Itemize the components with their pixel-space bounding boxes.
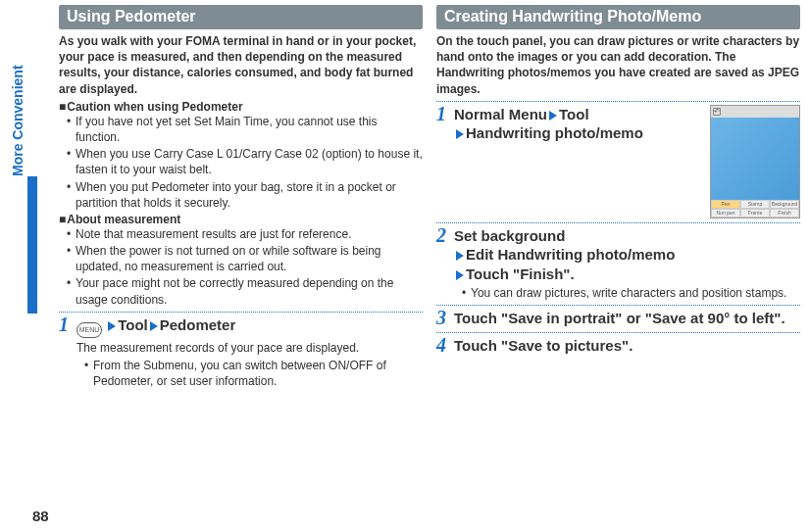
list-item: From the Submenu, you can switch between… xyxy=(84,358,423,389)
manual-page: More Convenient 88 Using Pedometer As yo… xyxy=(0,0,810,532)
nav-tool: Tool xyxy=(118,316,148,333)
nav-handwriting: Handwriting photo/memo xyxy=(466,124,643,141)
step-title: Normal MenuTool Handwriting photo/memo xyxy=(454,105,704,143)
about-list: Note that measurement results are just f… xyxy=(59,226,423,308)
step-description: The measurement records of your pace are… xyxy=(76,340,423,356)
caution-heading: Caution when using Pedometer xyxy=(59,100,423,114)
list-item: You can draw pictures, write characters … xyxy=(462,285,800,301)
list-item: Your pace might not be correctly measure… xyxy=(67,275,423,307)
chevron-right-icon xyxy=(456,129,464,139)
step-sublist: From the Submenu, you can switch between… xyxy=(76,358,423,389)
nav-normal-menu: Normal Menu xyxy=(454,106,547,122)
step-number: 3 xyxy=(436,307,446,329)
divider xyxy=(59,312,423,313)
side-category-label: More Convenient xyxy=(10,65,25,176)
page-number: 88 xyxy=(32,508,49,524)
screenshot-canvas xyxy=(711,118,799,200)
step-line: Set background xyxy=(454,227,565,244)
list-item: If you have not yet set Set Main Time, y… xyxy=(67,114,423,145)
handwriting-screenshot: ↶ Pen Stamp Background Non pen Frame Fin… xyxy=(710,105,800,218)
divider xyxy=(436,305,800,306)
divider xyxy=(436,332,800,333)
right-column: Creating Handwriting Photo/Memo On the t… xyxy=(436,5,800,522)
step-number: 4 xyxy=(436,334,446,357)
step-title: MENU ToolPedometer xyxy=(76,315,423,338)
step-number: 1 xyxy=(59,314,69,336)
step-sublist: You can draw pictures, write characters … xyxy=(454,285,800,301)
nav-pedometer: Pedometer xyxy=(160,316,236,333)
pedometer-intro: As you walk with your FOMA terminal in h… xyxy=(59,33,423,97)
divider xyxy=(436,101,800,102)
about-heading: About measurement xyxy=(59,213,423,226)
side-category-bar xyxy=(27,176,37,314)
handwriting-intro: On the touch panel, you can draw picture… xyxy=(436,33,800,97)
list-item: When the power is not turned on or while… xyxy=(67,243,423,274)
left-column: Using Pedometer As you walk with your FO… xyxy=(59,5,423,522)
tool-nonpen: Non pen xyxy=(711,209,740,218)
right-step-3: 3 Touch "Save in portrait" or "Save at 9… xyxy=(436,309,800,328)
screenshot-titlebar: ↶ xyxy=(711,106,799,118)
chevron-right-icon xyxy=(108,321,116,331)
step-number: 1 xyxy=(436,103,446,125)
section-header-handwriting: Creating Handwriting Photo/Memo xyxy=(436,5,800,29)
caution-list: If you have not yet set Set Main Time, y… xyxy=(59,114,423,211)
list-item: When you use Carry Case L 01/Carry Case … xyxy=(67,146,423,177)
menu-icon: MENU xyxy=(76,322,102,338)
back-arrow-icon: ↶ xyxy=(713,108,721,116)
list-item: Note that measurement results are just f… xyxy=(67,226,423,242)
step-title: Touch "Save to pictures". xyxy=(454,336,800,356)
nav-tool: Tool xyxy=(559,106,589,122)
tool-stamp: Stamp xyxy=(740,200,770,209)
right-step-4: 4 Touch "Save to pictures". xyxy=(436,336,800,356)
right-step-1: 1 Normal MenuTool Handwriting photo/memo… xyxy=(436,105,800,218)
tool-pen: Pen xyxy=(711,200,740,209)
screenshot-toolbar: Pen Stamp Background Non pen Frame Finis… xyxy=(711,200,799,218)
tool-background: Background xyxy=(770,200,799,209)
chevron-right-icon xyxy=(456,270,464,280)
tool-finish: Finish xyxy=(770,209,799,218)
left-step-1: 1 MENU ToolPedometer The measurement rec… xyxy=(59,315,423,390)
chevron-right-icon xyxy=(456,251,464,261)
chevron-right-icon xyxy=(549,111,557,121)
step-line: Edit Handwriting photo/memo xyxy=(466,246,675,263)
section-header-pedometer: Using Pedometer xyxy=(59,5,423,29)
right-step-2: 2 Set background Edit Handwriting photo/… xyxy=(436,226,800,302)
list-item: When you put Pedometer into your bag, st… xyxy=(67,179,423,211)
columns: Using Pedometer As you walk with your FO… xyxy=(59,5,800,522)
divider xyxy=(436,222,800,223)
step-number: 2 xyxy=(436,224,446,247)
step-title: Set background Edit Handwriting photo/me… xyxy=(454,226,800,284)
step-line: Touch "Finish". xyxy=(466,266,575,282)
step-title: Touch "Save in portrait" or "Save at 90°… xyxy=(454,309,800,328)
chevron-right-icon xyxy=(150,321,158,331)
tool-frame: Frame xyxy=(740,209,770,218)
